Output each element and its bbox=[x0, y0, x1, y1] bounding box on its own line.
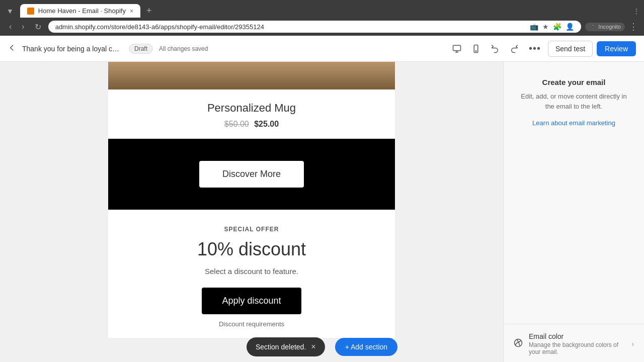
tab-title: Home Haven - Email · Shopify bbox=[38, 7, 126, 15]
tab-favicon bbox=[27, 8, 34, 15]
discount-description: Select a discount to feature. bbox=[118, 267, 385, 276]
nav-reload-button[interactable]: ↻ bbox=[32, 21, 44, 33]
review-button[interactable]: Review bbox=[597, 41, 636, 56]
tab-close-button[interactable]: × bbox=[130, 8, 133, 15]
product-name: Personalized Mug bbox=[116, 102, 387, 115]
toast-close-button[interactable]: × bbox=[311, 342, 315, 351]
email-title: Thank you for being a loyal custome... bbox=[22, 45, 123, 53]
screen-cast-icon[interactable]: 📺 bbox=[530, 23, 538, 31]
bookmark-icon[interactable]: ★ bbox=[542, 23, 549, 31]
nav-back-button[interactable]: ‹ bbox=[6, 21, 15, 32]
tab-bar: ▼ Home Haven - Email · Shopify × + ⋮ bbox=[0, 0, 644, 18]
saved-status: All changes saved bbox=[159, 45, 208, 52]
address-bar-row: ‹ › ↻ admin.shopify.com/store/de8143-a6/… bbox=[0, 18, 644, 36]
new-tab-button[interactable]: + bbox=[142, 6, 156, 16]
svg-rect-0 bbox=[453, 45, 460, 51]
svg-point-2 bbox=[475, 50, 476, 51]
tab-extra-btn[interactable]: ⋮ bbox=[633, 7, 640, 15]
sidebar-create-desc: Edit, add, or move content directly in t… bbox=[516, 92, 632, 111]
toast-message: Section deleted. bbox=[256, 343, 306, 351]
profile-icon[interactable]: 👤 bbox=[566, 23, 574, 31]
sale-price: $25.00 bbox=[254, 120, 279, 128]
draft-badge: Draft bbox=[129, 44, 153, 54]
discover-more-button[interactable]: Discover More bbox=[199, 161, 304, 188]
main-layout: Personalized Mug $50.00 $25.00 Discover … bbox=[0, 62, 644, 362]
mobile-view-button[interactable] bbox=[468, 42, 484, 55]
send-test-button[interactable]: Send test bbox=[548, 41, 593, 57]
nav-forward-button[interactable]: › bbox=[19, 21, 27, 32]
sidebar: Create your email Edit, add, or move con… bbox=[503, 62, 644, 362]
browser-menu-button[interactable]: ▼ bbox=[4, 6, 16, 16]
add-section-button[interactable]: + Add section bbox=[335, 338, 397, 356]
address-bar[interactable]: admin.shopify.com/store/de8143-a6/apps/s… bbox=[48, 21, 582, 33]
extensions-icon[interactable]: 🧩 bbox=[553, 23, 561, 31]
app-header: Thank you for being a loyal custome... D… bbox=[0, 36, 644, 62]
product-info-section: Personalized Mug $50.00 $25.00 bbox=[108, 89, 395, 139]
discover-more-section: Discover More bbox=[108, 139, 395, 210]
email-color-icon bbox=[514, 338, 523, 349]
chevron-right-icon: › bbox=[631, 340, 634, 348]
special-offer-section: SPECIAL OFFER 10% discount Select a disc… bbox=[108, 210, 395, 338]
header-icons: ••• Send test Review bbox=[449, 41, 636, 57]
email-preview: Personalized Mug $50.00 $25.00 Discover … bbox=[0, 62, 503, 362]
back-button[interactable] bbox=[8, 44, 16, 54]
desktop-view-button[interactable] bbox=[449, 42, 464, 55]
product-prices: $50.00 $25.00 bbox=[116, 120, 387, 129]
email-container: Personalized Mug $50.00 $25.00 Discover … bbox=[108, 62, 395, 333]
sidebar-create-title: Create your email bbox=[516, 78, 632, 86]
email-color-desc: Manage the background colors of your ema… bbox=[529, 341, 625, 355]
address-url: admin.shopify.com/store/de8143-a6/apps/s… bbox=[55, 23, 264, 31]
incognito-badge: 🕴 Incognito bbox=[585, 23, 625, 31]
learn-link[interactable]: Learn about email marketing bbox=[532, 119, 615, 127]
more-options-button[interactable]: ••• bbox=[526, 41, 544, 56]
section-deleted-toast: Section deleted. × bbox=[247, 337, 325, 356]
email-color-text: Email color Manage the background colors… bbox=[529, 332, 625, 355]
address-bar-icons: 📺 ★ 🧩 👤 bbox=[530, 23, 574, 31]
redo-button[interactable] bbox=[507, 42, 522, 55]
tab-extras: ⋮ bbox=[633, 7, 640, 15]
discount-title: 10% discount bbox=[118, 239, 385, 260]
special-offer-label: SPECIAL OFFER bbox=[118, 226, 385, 233]
apply-discount-button[interactable]: Apply discount bbox=[202, 288, 301, 314]
discount-requirements: Discount requirements bbox=[118, 320, 385, 328]
original-price: $50.00 bbox=[224, 120, 249, 128]
incognito-icon: 🕴 bbox=[589, 24, 596, 30]
active-tab[interactable]: Home Haven - Email · Shopify × bbox=[20, 4, 140, 18]
undo-button[interactable] bbox=[488, 42, 503, 55]
product-image bbox=[108, 62, 395, 89]
incognito-label: Incognito bbox=[598, 24, 621, 30]
browser-menu-extra[interactable]: ⋮ bbox=[629, 21, 638, 32]
browser-chrome: ▼ Home Haven - Email · Shopify × + ⋮ ‹ ›… bbox=[0, 0, 644, 36]
email-color-section[interactable]: Email color Manage the background colors… bbox=[504, 324, 644, 362]
email-color-title: Email color bbox=[529, 332, 625, 340]
sidebar-create-section: Create your email Edit, add, or move con… bbox=[504, 62, 644, 324]
